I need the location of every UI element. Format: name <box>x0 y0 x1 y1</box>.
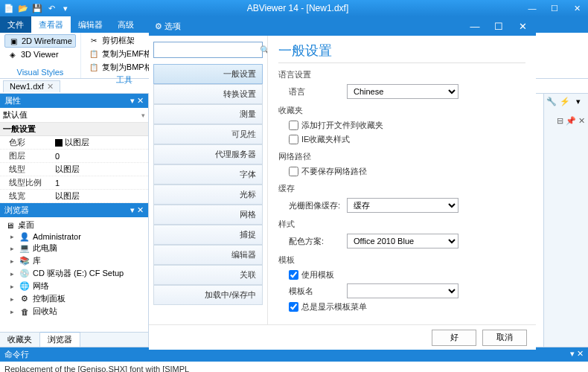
select-cache[interactable]: 缓存 <box>347 198 458 213</box>
nav-item[interactable]: 可见性 <box>153 124 263 144</box>
close-button[interactable]: ✕ <box>566 0 588 16</box>
left-panel: 属性 ▾ ✕ 默认值 ▾ 一般设置 色彩 以图层图层 0线型 以图层线型比例 1… <box>0 94 149 347</box>
chevron-down-icon[interactable]: ▾ <box>130 205 135 215</box>
tree-label: 桌面 <box>18 219 34 231</box>
nav-item[interactable]: 字体 <box>153 164 263 185</box>
nav-item[interactable]: 编辑器 <box>153 245 263 265</box>
tree-root[interactable]: 🖥 桌面 <box>3 219 145 231</box>
chevron-down-icon[interactable]: ▾ <box>570 349 575 358</box>
tab-editor[interactable]: 编辑器 <box>71 16 110 33</box>
properties-default[interactable]: 默认值 ▾ <box>0 108 148 123</box>
close-panel-icon[interactable]: ✕ <box>137 205 144 215</box>
checkbox-label: 总是显示模板菜单 <box>301 301 367 312</box>
close-panel-icon[interactable]: ✕ <box>577 349 584 358</box>
section-cache: 缓存 <box>278 183 525 194</box>
browser-tab-favorites[interactable]: 收藏夹 <box>0 333 40 347</box>
minimize-button[interactable]: — <box>521 0 543 16</box>
tree-item[interactable]: ▸💿CD 驱动器 (E:) CF Setup <box>3 267 145 280</box>
dialog-title: ⚙ 选项 <box>155 21 181 32</box>
section-network: 网络路径 <box>278 151 525 162</box>
save-icon[interactable]: 💾 <box>31 2 43 14</box>
chevron-down-icon[interactable]: ▾ <box>130 96 135 106</box>
doc-tab[interactable]: New1.dxf ✕ <box>3 80 60 92</box>
cube3d-icon: ◈ <box>7 49 18 60</box>
tree-label: 网络 <box>33 280 49 292</box>
checkbox-always-show-template[interactable] <box>289 302 298 312</box>
undo-icon[interactable]: ↶ <box>45 2 57 14</box>
nav-item[interactable]: 测量 <box>153 104 263 124</box>
close-panel-icon[interactable]: ✕ <box>137 96 144 106</box>
tab-file[interactable]: 文件 <box>0 16 31 33</box>
section-style: 样式 <box>278 219 525 230</box>
property-row[interactable]: 色彩 以图层 <box>0 136 148 150</box>
tool-icon[interactable]: 🔧 <box>546 95 557 107</box>
section-template: 模板 <box>278 254 525 266</box>
nav-item[interactable]: 光标 <box>153 185 263 205</box>
collapse-icon[interactable]: ⊟ <box>557 116 563 126</box>
checkbox-fav-add[interactable] <box>289 121 298 130</box>
search-input[interactable] <box>157 45 260 54</box>
close-button[interactable]: ✕ <box>511 16 534 36</box>
panel-title: 浏览器 <box>4 205 29 216</box>
desktop-icon: 🖥 <box>4 221 15 230</box>
select-template-name[interactable] <box>347 283 458 298</box>
nav-item[interactable]: 转换设置 <box>153 84 263 104</box>
prop-section-general[interactable]: 一般设置 <box>0 123 148 136</box>
nav-item[interactable]: 一般设置 <box>153 64 263 84</box>
maximize-button[interactable]: ☐ <box>543 0 566 16</box>
cancel-button[interactable]: 取消 <box>482 330 527 346</box>
tab-advanced[interactable]: 高级 <box>110 16 141 33</box>
property-row[interactable]: 图层 0 <box>0 150 148 163</box>
dialog-search-box[interactable]: 🔍 <box>153 42 263 58</box>
quick-access-toolbar: 📄 📂 💾 ↶ ▾ <box>0 2 74 14</box>
ok-button[interactable]: 好 <box>432 330 476 346</box>
checkbox-label: 添加打开文件到收藏夹 <box>301 120 383 131</box>
tree-item[interactable]: ▸🌐网络 <box>3 280 145 292</box>
browser-tab-browser[interactable]: 浏览器 <box>40 332 80 347</box>
dialog-titlebar: ⚙ 选项 — ☐ ✕ <box>149 16 536 36</box>
tree-item[interactable]: ▸⚙控制面板 <box>3 292 145 305</box>
row-template-name: 模板名 <box>278 282 525 300</box>
tree-item[interactable]: ▸🗑回收站 <box>3 305 145 318</box>
tree-item[interactable]: ▸📚库 <box>3 254 145 267</box>
section-language: 语言设置 <box>278 69 525 80</box>
prop-value: 0 <box>52 150 148 162</box>
dialog-body: 🔍 一般设置转换设置测量可见性代理服务器字体光标网格捕捉编辑器关联加载中/保存中… <box>149 36 536 324</box>
bolt-icon[interactable]: ⚡ <box>559 95 571 107</box>
tree-label: 控制面板 <box>33 293 65 304</box>
maximize-button[interactable]: ☐ <box>487 16 511 36</box>
select-language[interactable]: Chinese <box>347 84 458 99</box>
dialog-nav: 🔍 一般设置转换设置测量可见性代理服务器字体光标网格捕捉编辑器关联加载中/保存中 <box>149 36 268 324</box>
tree-item[interactable]: ▸👤Administrator <box>3 231 145 242</box>
pin-icon[interactable]: 📌 <box>566 116 576 126</box>
checkbox-fav-ie[interactable] <box>289 135 298 144</box>
nav-item[interactable]: 捕捉 <box>153 225 263 245</box>
nav-item[interactable]: 关联 <box>153 265 263 285</box>
property-row[interactable]: 线宽 以图层 <box>0 190 148 203</box>
search-icon[interactable]: 🔍 <box>260 45 268 55</box>
nav-item[interactable]: 加载中/保存中 <box>153 285 263 305</box>
browser-tree: 🖥 桌面 ▸👤Administrator▸💻此电脑▸📚库▸💿CD 驱动器 (E:… <box>0 217 148 332</box>
nav-item[interactable]: 网格 <box>153 205 263 225</box>
tree-item[interactable]: ▸💻此电脑 <box>3 242 145 254</box>
checkbox-label: 使用模板 <box>301 269 334 280</box>
property-row[interactable]: 线型比例 1 <box>0 176 148 190</box>
dropdown-icon[interactable]: ▾ <box>60 2 71 14</box>
minimize-button[interactable]: — <box>463 16 487 36</box>
btn-2d-wireframe[interactable]: ▣ 2D Wireframe <box>4 34 76 48</box>
nav-item[interactable]: 代理服务器 <box>153 144 263 164</box>
open-icon[interactable]: 📂 <box>17 2 29 14</box>
folder-icon: 🗑 <box>19 307 30 316</box>
close-icon[interactable]: ✕ <box>578 116 585 126</box>
tab-viewer[interactable]: 查看器 <box>31 16 71 33</box>
checkbox-use-template[interactable] <box>289 270 298 280</box>
property-row[interactable]: 线型 以图层 <box>0 163 148 176</box>
row-fav-add: 添加打开文件到收藏夹 <box>278 118 525 132</box>
new-icon[interactable]: 📄 <box>3 2 15 14</box>
close-tab-icon[interactable]: ✕ <box>47 82 54 92</box>
select-style[interactable]: Office 2010 Blue <box>347 234 458 248</box>
checkbox-network[interactable] <box>289 167 298 176</box>
btn-3d-viewer[interactable]: ◈ 3D Viewer <box>4 48 76 60</box>
tree-label: Administrator <box>33 232 81 241</box>
dropdown-icon[interactable]: ▾ <box>572 95 584 107</box>
